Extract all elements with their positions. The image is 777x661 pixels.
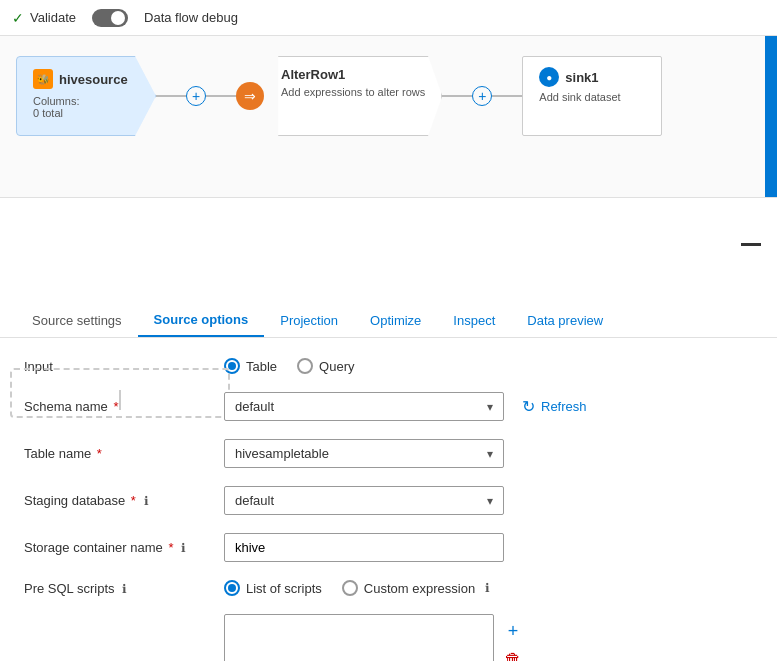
alter-node-desc: Add expressions to alter rows (281, 86, 425, 98)
pre-sql-textarea[interactable] (224, 614, 494, 661)
hive-node-header: 🐝 hivesource (33, 69, 139, 89)
sink-node-name: sink1 (565, 70, 598, 85)
hive-columns-label: Columns: (33, 95, 139, 107)
sink-node-header: ● sink1 (539, 67, 645, 87)
dashed-box (10, 368, 230, 418)
refresh-button[interactable]: ↻ Refresh (514, 393, 595, 420)
dashed-line (119, 390, 121, 410)
connector-2: + (442, 86, 522, 106)
staging-label: Staging database * ℹ (24, 493, 224, 508)
connector-1: + ⇒ (156, 82, 264, 110)
staging-chevron-icon: ▾ (487, 494, 493, 508)
check-icon: ✓ (12, 10, 24, 26)
sink-node-desc: Add sink dataset (539, 91, 645, 103)
radio-query-label: Query (319, 359, 354, 374)
pipeline-canvas: 🐝 hivesource Columns: 0 total + ⇒ AlterR… (0, 36, 777, 198)
storage-info-icon[interactable]: ℹ (181, 541, 186, 555)
hive-icon: 🐝 (33, 69, 53, 89)
refresh-label: Refresh (541, 399, 587, 414)
staging-required: * (131, 493, 136, 508)
add-node-button-2[interactable]: + (472, 86, 492, 106)
staging-value: default (235, 493, 274, 508)
schema-dropdown[interactable]: default ▾ (224, 392, 504, 421)
tab-source-settings[interactable]: Source settings (16, 305, 138, 336)
radio-custom-expression[interactable]: Custom expression ℹ (342, 580, 490, 596)
schema-dropdown-wrap: default ▾ ↻ Refresh (224, 392, 595, 421)
radio-table[interactable]: Table (224, 358, 277, 374)
staging-dropdown[interactable]: default ▾ (224, 486, 504, 515)
radio-custom-circle (342, 580, 358, 596)
custom-info-icon[interactable]: ℹ (485, 581, 490, 595)
validate-label: Validate (30, 10, 76, 25)
staging-row: Staging database * ℹ default ▾ (24, 486, 753, 515)
radio-list-scripts[interactable]: List of scripts (224, 580, 322, 596)
add-node-button-1[interactable]: + (186, 86, 206, 106)
minimize-icon (741, 243, 761, 246)
alter-row-node[interactable]: AlterRow1 Add expressions to alter rows (264, 56, 442, 136)
radio-table-label: Table (246, 359, 277, 374)
pre-sql-label: Pre SQL scripts ℹ (24, 581, 224, 596)
radio-custom-label: Custom expression (364, 581, 475, 596)
hive-source-node[interactable]: 🐝 hivesource Columns: 0 total (16, 56, 156, 136)
line-4 (492, 95, 522, 97)
table-required: * (97, 446, 102, 461)
line-1 (156, 95, 186, 97)
tab-optimize[interactable]: Optimize (354, 305, 437, 336)
hive-node-name: hivesource (59, 72, 128, 87)
refresh-icon: ↻ (522, 397, 535, 416)
tabs-container: Source settings Source options Projectio… (0, 304, 777, 338)
schema-value: default (235, 399, 274, 414)
radio-list-circle (224, 580, 240, 596)
debug-label: Data flow debug (144, 10, 238, 25)
radio-query-circle (297, 358, 313, 374)
schema-chevron-icon: ▾ (487, 400, 493, 414)
pre-sql-info-icon[interactable]: ℹ (122, 582, 127, 596)
table-value: hivesampletable (235, 446, 329, 461)
add-script-button[interactable]: + (504, 621, 522, 642)
delete-script-button[interactable]: 🗑 (504, 650, 522, 662)
sink-node[interactable]: ● sink1 Add sink dataset (522, 56, 662, 136)
toggle-knob (111, 11, 125, 25)
blue-bar (765, 36, 777, 198)
textarea-wrap (224, 614, 494, 661)
tab-data-preview[interactable]: Data preview (511, 305, 619, 336)
input-radio-group: Table Query (224, 358, 354, 374)
table-label: Table name * (24, 446, 224, 461)
storage-row: Storage container name * ℹ (24, 533, 753, 562)
storage-label: Storage container name * ℹ (24, 540, 224, 555)
pre-sql-row: Pre SQL scripts ℹ List of scripts Custom… (24, 580, 753, 596)
hive-columns-value: 0 total (33, 107, 139, 119)
textarea-actions: + 🗑 (504, 621, 522, 662)
storage-required: * (168, 540, 173, 555)
tab-source-options[interactable]: Source options (138, 304, 265, 337)
alter-node-name: AlterRow1 (281, 67, 425, 82)
validate-button[interactable]: ✓ Validate (12, 10, 76, 26)
staging-info-icon[interactable]: ℹ (144, 494, 149, 508)
node-container: 🐝 hivesource Columns: 0 total + ⇒ AlterR… (16, 56, 761, 136)
debug-toggle[interactable] (92, 9, 128, 27)
line-3 (442, 95, 472, 97)
line-2 (206, 95, 236, 97)
alter-row-icon: ⇒ (236, 82, 264, 110)
tab-projection[interactable]: Projection (264, 305, 354, 336)
pre-sql-radio-group: List of scripts Custom expression ℹ (224, 580, 490, 596)
table-dropdown[interactable]: hivesampletable ▾ (224, 439, 504, 468)
sink-icon: ● (539, 67, 559, 87)
toolbar: ✓ Validate Data flow debug (0, 0, 777, 36)
tab-inspect[interactable]: Inspect (437, 305, 511, 336)
dashed-area (0, 198, 777, 254)
radio-list-label: List of scripts (246, 581, 322, 596)
table-chevron-icon: ▾ (487, 447, 493, 461)
radio-query[interactable]: Query (297, 358, 354, 374)
storage-input[interactable] (224, 533, 504, 562)
table-row: Table name * hivesampletable ▾ (24, 439, 753, 468)
textarea-row: + 🗑 (24, 614, 753, 661)
